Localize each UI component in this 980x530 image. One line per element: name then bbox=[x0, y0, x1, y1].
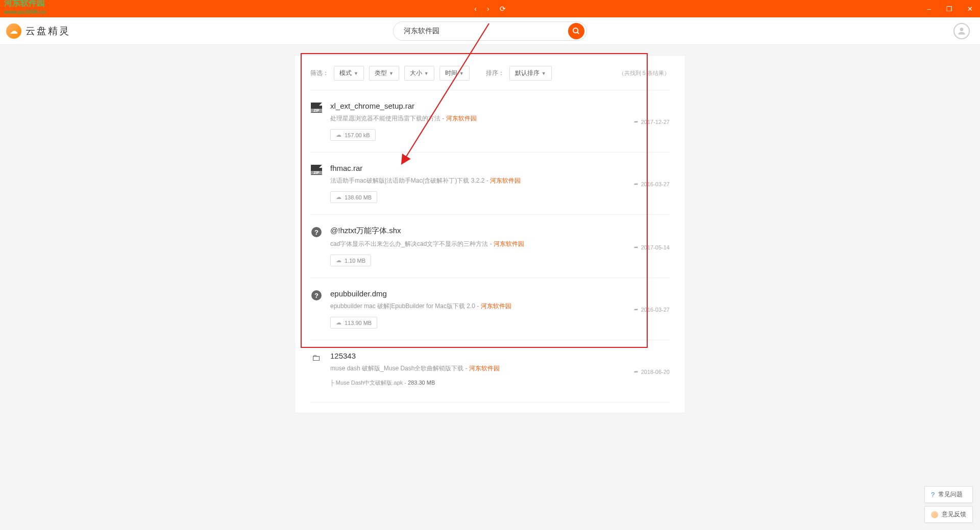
result-body: epubbuilder.dmg epubbuilder mac 破解|EpubB… bbox=[330, 289, 670, 329]
faq-label: 常见问题 bbox=[938, 490, 963, 499]
search-input[interactable] bbox=[404, 27, 568, 35]
cloud-download-icon: ☁ bbox=[336, 132, 341, 138]
result-body: 125343 muse dash 破解版_Muse Dash全歌曲解锁版下载 -… bbox=[330, 351, 670, 391]
size-badge[interactable]: ☁157.00 kB bbox=[330, 129, 376, 141]
result-body: xl_ext_chrome_setup.rar 处理星愿浏览器不能使用迅雷下载的… bbox=[330, 102, 670, 141]
share-icon: ➦ bbox=[634, 181, 638, 187]
result-item[interactable]: fhmac.rar 法语助手mac破解版|法语助手Mac(含破解补丁)下载 3.… bbox=[310, 153, 670, 215]
nav-forward-button[interactable]: › bbox=[485, 3, 492, 15]
result-meta: ➦2016-03-27 bbox=[634, 307, 670, 313]
filter-type-button[interactable]: 类型 ▼ bbox=[369, 66, 399, 81]
result-icon-cell: 🗀 bbox=[310, 351, 323, 391]
filter-time-label: 时间 bbox=[445, 69, 457, 78]
size-value: 113.90 MB bbox=[345, 320, 372, 326]
share-icon: ➦ bbox=[634, 244, 638, 250]
result-title: fhmac.rar bbox=[330, 164, 362, 172]
close-button[interactable]: ✕ bbox=[960, 0, 980, 17]
faq-button[interactable]: ? 常见问题 bbox=[924, 486, 973, 503]
question-icon: ? bbox=[931, 491, 935, 498]
header: ☁ 云盘精灵 bbox=[0, 17, 980, 45]
share-icon: ➦ bbox=[634, 119, 638, 124]
result-description: cad字体显示不出来怎么办_解决cad文字不显示的三种方法 - 河东软件园 bbox=[330, 240, 524, 248]
sort-section: 排序： 默认排序 ▼ bbox=[486, 66, 552, 81]
size-value: 1.10 MB bbox=[345, 258, 365, 264]
result-item[interactable]: ? @!hztxt万能字体.shx cad字体显示不出来怎么办_解决cad文字不… bbox=[310, 215, 670, 278]
unknown-file-icon: ? bbox=[311, 227, 322, 237]
face-icon bbox=[931, 511, 938, 518]
filter-mode-button[interactable]: 模式 ▼ bbox=[334, 66, 364, 81]
highlight-text: 河东软件园 bbox=[481, 302, 511, 310]
svg-point-0 bbox=[573, 28, 578, 33]
result-meta: ➦2017-05-14 bbox=[634, 244, 670, 250]
chevron-right-icon: › bbox=[487, 5, 489, 13]
result-description: muse dash 破解版_Muse Dash全歌曲解锁版下载 - 河东软件园 bbox=[330, 364, 500, 373]
svg-line-1 bbox=[577, 32, 579, 34]
minimize-icon: – bbox=[927, 5, 930, 13]
results-panel: 筛选： 模式 ▼ 类型 ▼ 大小 ▼ 时间 ▼ 排序： 默认排序 ▼ bbox=[295, 55, 685, 413]
nav-refresh-button[interactable]: ⟳ bbox=[498, 3, 508, 15]
user-icon bbox=[957, 26, 967, 36]
cloud-download-icon: ☁ bbox=[336, 194, 341, 200]
result-description: 法语助手mac破解版|法语助手Mac(含破解补丁)下载 3.2.2 - 河东软件… bbox=[330, 176, 521, 185]
maximize-button[interactable]: ❐ bbox=[939, 0, 960, 17]
avatar[interactable] bbox=[953, 23, 970, 39]
folder-icon: 🗀 bbox=[312, 352, 321, 391]
title-bar: 河东软件园 www.pc0359.cn ‹ › ⟳ – ❐ ✕ bbox=[0, 0, 980, 17]
result-item[interactable]: 🗀 125343 muse dash 破解版_Muse Dash全歌曲解锁版下载… bbox=[310, 340, 670, 402]
size-badge[interactable]: ☁138.60 MB bbox=[330, 191, 377, 203]
feedback-button[interactable]: 意见反馈 bbox=[924, 506, 973, 523]
caret-down-icon: ▼ bbox=[542, 71, 546, 76]
result-date: 2016-03-27 bbox=[641, 181, 670, 187]
caret-down-icon: ▼ bbox=[354, 71, 358, 76]
search-button[interactable] bbox=[568, 23, 584, 39]
result-icon-cell bbox=[310, 164, 323, 203]
sort-label: 排序： bbox=[486, 69, 504, 78]
search-icon bbox=[572, 27, 580, 35]
result-count: （共找到 5 条结果） bbox=[619, 69, 670, 77]
size-badge[interactable]: ☁1.10 MB bbox=[330, 255, 371, 266]
result-meta: ➦2016-03-27 bbox=[634, 181, 670, 187]
filter-time-button[interactable]: 时间 ▼ bbox=[439, 66, 470, 81]
share-icon: ➦ bbox=[634, 369, 638, 374]
feedback-label: 意见反馈 bbox=[942, 510, 966, 519]
result-icon-cell: ? bbox=[310, 226, 323, 266]
result-title: 125343 bbox=[330, 351, 356, 360]
minimize-button[interactable]: – bbox=[919, 0, 939, 17]
result-item[interactable]: xl_ext_chrome_setup.rar 处理星愿浏览器不能使用迅雷下载的… bbox=[310, 90, 670, 153]
unknown-file-icon: ? bbox=[311, 290, 322, 300]
highlight-text: 河东软件园 bbox=[469, 365, 500, 372]
share-icon: ➦ bbox=[634, 307, 638, 312]
highlight-text: 河东软件园 bbox=[494, 240, 524, 247]
cloud-download-icon: ☁ bbox=[336, 319, 341, 326]
highlight-text: 河东软件园 bbox=[446, 115, 477, 122]
content-area: 筛选： 模式 ▼ 类型 ▼ 大小 ▼ 时间 ▼ 排序： 默认排序 ▼ bbox=[0, 45, 980, 530]
nav-back-button[interactable]: ‹ bbox=[472, 3, 479, 15]
svg-point-2 bbox=[960, 28, 964, 31]
float-buttons: ? 常见问题 意见反馈 bbox=[924, 486, 973, 523]
filter-mode-label: 模式 bbox=[339, 69, 352, 78]
size-badge[interactable]: ☁113.90 MB bbox=[330, 317, 377, 329]
chevron-left-icon: ‹ bbox=[474, 5, 477, 13]
result-title: xl_ext_chrome_setup.rar bbox=[330, 102, 414, 110]
results-list: xl_ext_chrome_setup.rar 处理星愿浏览器不能使用迅雷下载的… bbox=[310, 90, 670, 402]
caret-down-icon: ▼ bbox=[389, 71, 394, 76]
result-description: epubbuilder mac 破解|EpubBuilder for Mac版下… bbox=[330, 302, 511, 311]
result-title: epubbuilder.dmg bbox=[330, 289, 387, 298]
filter-size-button[interactable]: 大小 ▼ bbox=[404, 66, 434, 81]
sort-default-button[interactable]: 默认排序 ▼ bbox=[509, 66, 552, 81]
filter-type-label: 类型 bbox=[375, 69, 387, 78]
window-controls: – ❐ ✕ bbox=[919, 0, 980, 17]
watermark: 河东软件园 www.pc0359.cn bbox=[4, 0, 46, 15]
nav-controls: ‹ › ⟳ bbox=[472, 3, 507, 15]
result-item[interactable]: ? epubbuilder.dmg epubbuilder mac 破解|Epu… bbox=[310, 278, 670, 340]
result-meta: ➦2017-12-27 bbox=[634, 119, 670, 125]
result-body: @!hztxt万能字体.shx cad字体显示不出来怎么办_解决cad文字不显示… bbox=[330, 226, 670, 266]
result-icon-cell: ? bbox=[310, 289, 323, 329]
size-value: 138.60 MB bbox=[345, 194, 372, 200]
subfile: ├ Muse Dash中文破解版.apk - 283.30 MB bbox=[330, 379, 670, 387]
filter-bar: 筛选： 模式 ▼ 类型 ▼ 大小 ▼ 时间 ▼ 排序： 默认排序 ▼ bbox=[310, 66, 670, 90]
result-date: 2017-05-14 bbox=[641, 244, 670, 250]
highlight-text: 河东软件园 bbox=[490, 177, 521, 184]
result-icon-cell bbox=[310, 102, 323, 141]
logo[interactable]: ☁ 云盘精灵 bbox=[6, 23, 70, 39]
